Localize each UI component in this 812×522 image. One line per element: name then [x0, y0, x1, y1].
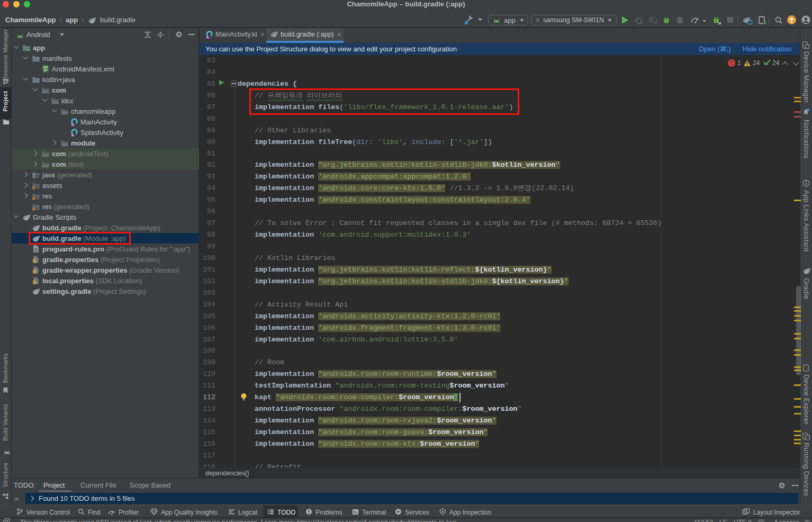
svg-text:A: A — [640, 21, 643, 24]
svg-text:MF: MF — [44, 69, 48, 72]
